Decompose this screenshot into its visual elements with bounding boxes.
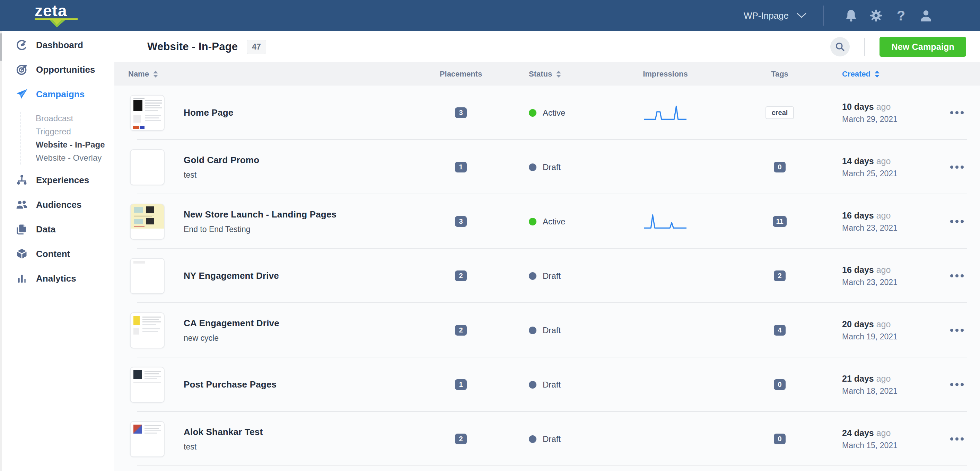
campaign-name[interactable]: NY Engagement Drive (184, 271, 279, 281)
notifications-button[interactable] (838, 8, 864, 23)
target-icon (15, 63, 29, 76)
sidebar-item-audiences[interactable]: Audiences (0, 198, 115, 212)
sidebar-item-analytics[interactable]: Analytics (0, 271, 115, 285)
status-dot (529, 435, 536, 443)
column-header-placements: Placements (419, 70, 503, 79)
sidebar-item-website-overlay[interactable]: Website - Overlay (36, 151, 115, 165)
impressions-sparkline (644, 214, 686, 230)
status-label: Draft (542, 434, 561, 444)
status-dot (529, 109, 536, 117)
chevron-down-icon (796, 13, 807, 19)
campaign-thumbnail (130, 367, 165, 403)
gear-icon (869, 8, 883, 23)
campaign-name[interactable]: CA Engagement Drive (184, 318, 279, 329)
sidebar-navigation: Dashboard Opportunities Campaigns Broadc… (0, 31, 115, 471)
sidebar-item-opportunities[interactable]: Opportunities (0, 63, 115, 76)
created-date: March 23, 2021 (842, 278, 943, 287)
created-relative: 14 days (842, 156, 874, 166)
created-ago: ago (877, 265, 891, 274)
tag-count-badge: 11 (773, 216, 786, 227)
table-row[interactable]: Alok Shankar Test test 2 Draft 0 24 days… (115, 412, 980, 466)
campaign-name[interactable]: Gold Card Promo (184, 155, 259, 165)
column-header-name[interactable]: Name (128, 70, 419, 79)
row-menu-button[interactable] (949, 162, 965, 172)
created-relative: 16 days (842, 265, 874, 274)
table-row[interactable]: NY Engagement Drive 2 Draft 2 16 days ag… (115, 249, 980, 303)
created-date: March 25, 2021 (842, 169, 943, 178)
search-button[interactable] (830, 37, 850, 56)
paper-plane-icon (15, 88, 29, 100)
campaign-subtitle: test (184, 442, 262, 452)
status-label: Draft (542, 380, 561, 390)
documents-icon (15, 223, 29, 236)
account-switcher[interactable]: WP-Inpage (744, 10, 807, 21)
table-row[interactable]: CA Engagement Drive new cycle 2 Draft 4 … (115, 303, 980, 357)
sidebar-item-label: Audiences (36, 200, 82, 210)
sidebar-item-broadcast[interactable]: Broadcast (36, 112, 115, 125)
tag-count-badge: 0 (774, 434, 786, 444)
row-menu-button[interactable] (949, 379, 965, 390)
created-date: March 23, 2021 (842, 224, 943, 233)
campaign-thumbnail (130, 95, 165, 131)
placements-badge: 3 (455, 107, 467, 118)
zeta-logo[interactable]: zeta (35, 4, 80, 27)
row-menu-button[interactable] (949, 108, 965, 118)
sort-icon (153, 71, 158, 78)
help-button[interactable]: ? (889, 8, 913, 24)
sidebar-item-dashboard[interactable]: Dashboard (0, 38, 115, 52)
impressions-sparkline (644, 105, 686, 121)
column-header-created[interactable]: Created (842, 70, 943, 79)
sidebar-item-campaigns[interactable]: Campaigns (0, 87, 115, 101)
sidebar-item-label: Campaigns (36, 89, 84, 100)
created-ago: ago (877, 102, 891, 111)
sidebar-item-experiences[interactable]: Experiences (0, 173, 115, 187)
row-menu-button[interactable] (949, 434, 965, 444)
created-date: March 18, 2021 (842, 387, 943, 396)
tag-count-badge: 2 (774, 271, 786, 281)
campaign-name[interactable]: Alok Shankar Test (184, 427, 262, 438)
column-header-status[interactable]: Status (503, 70, 613, 79)
new-campaign-button[interactable]: New Campaign (880, 37, 966, 57)
sidebar-item-label: Dashboard (36, 40, 83, 51)
campaign-name[interactable]: Post Purchase Pages (184, 379, 277, 390)
campaign-thumbnail (130, 258, 165, 294)
zeta-logo-text: zeta (35, 4, 80, 17)
table-header: Name Placements Status Impressions Tags … (115, 62, 980, 86)
zeta-logo-checkmark (35, 18, 78, 27)
tag-count-badge: 0 (774, 162, 786, 173)
campaign-subtitle: test (184, 170, 259, 180)
campaign-thumbnail (130, 421, 165, 457)
campaign-thumbnail (130, 204, 165, 239)
row-menu-button[interactable] (949, 325, 965, 335)
campaign-thumbnail (130, 312, 165, 348)
table-row[interactable]: Post Purchase Pages 1 Draft 0 21 days ag… (115, 357, 980, 412)
table-row[interactable]: Gold Card Promo test 1 Draft 0 14 days a… (115, 140, 980, 194)
top-navigation-bar: zeta WP-Inpage (0, 0, 980, 31)
sidebar-item-content[interactable]: Content (0, 247, 115, 261)
status-dot (529, 327, 536, 334)
sidebar-item-triggered[interactable]: Triggered (36, 125, 115, 138)
sidebar-item-website-in-page[interactable]: Website - In-Page (36, 138, 115, 151)
status-dot (529, 163, 536, 171)
campaign-name[interactable]: Home Page (184, 107, 233, 118)
row-menu-button[interactable] (949, 271, 965, 281)
profile-button[interactable] (913, 8, 939, 23)
status-label: Draft (542, 271, 561, 281)
table-row[interactable]: New Store Launch - Landing Pages End to … (115, 194, 980, 249)
created-date: March 19, 2021 (842, 332, 943, 341)
campaign-count-badge: 47 (247, 40, 266, 54)
created-ago: ago (877, 428, 891, 438)
created-relative: 20 days (842, 319, 874, 329)
people-icon (15, 198, 29, 211)
sidebar-scrollbar[interactable] (0, 31, 2, 471)
sidebar-item-label: Analytics (36, 273, 76, 284)
status-dot (529, 218, 536, 225)
campaign-name[interactable]: New Store Launch - Landing Pages (184, 209, 336, 220)
sidebar-item-data[interactable]: Data (0, 222, 115, 236)
row-menu-button[interactable] (949, 216, 965, 227)
table-row[interactable]: Home Page 3 Active creal 10 days ago Mar… (115, 86, 980, 140)
column-header-impressions: Impressions (613, 70, 718, 79)
settings-button[interactable] (864, 8, 889, 23)
sidebar-scrollbar-thumb[interactable] (0, 33, 2, 61)
main-content: Website - In-Page 47 New Campaign Name P… (115, 31, 980, 471)
